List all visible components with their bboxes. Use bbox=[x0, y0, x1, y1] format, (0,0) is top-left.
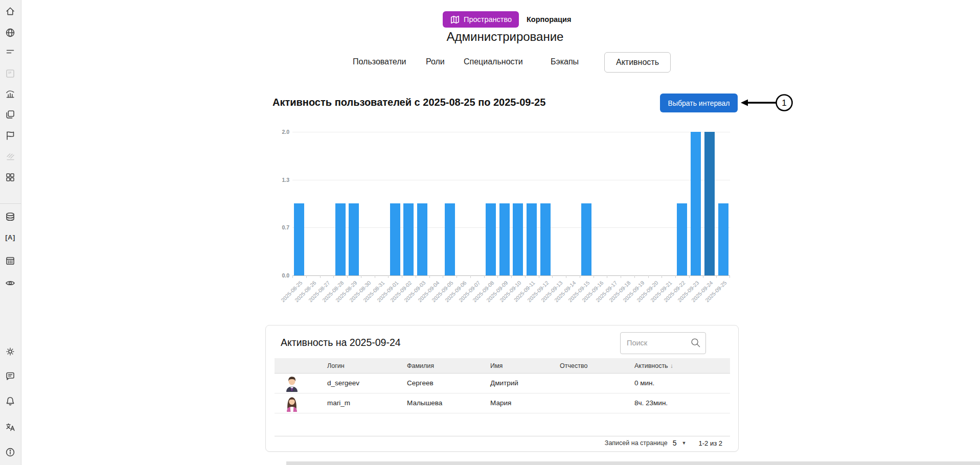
bar-2025-09-10[interactable] bbox=[513, 203, 523, 275]
notifications-icon[interactable] bbox=[5, 396, 16, 407]
windows-icon[interactable] bbox=[5, 109, 16, 120]
tab-roles[interactable]: Роли bbox=[426, 57, 445, 66]
search-input[interactable] bbox=[621, 333, 690, 353]
x-axis-tick bbox=[566, 275, 566, 278]
bar-2025-09-24[interactable] bbox=[704, 132, 715, 275]
bar-2025-08-25[interactable] bbox=[294, 203, 304, 275]
x-axis-tick bbox=[730, 275, 730, 278]
x-axis-tick bbox=[333, 275, 334, 278]
search-box bbox=[620, 332, 706, 354]
globe-icon[interactable] bbox=[5, 27, 16, 38]
org-name: Корпорация bbox=[527, 15, 571, 24]
x-axis-tick bbox=[662, 275, 662, 278]
eye-icon[interactable] bbox=[5, 277, 16, 289]
home-icon[interactable] bbox=[5, 6, 16, 17]
hatch-icon bbox=[5, 151, 16, 162]
col-first-name[interactable]: Имя bbox=[490, 362, 503, 369]
table-header-row: Логин Фамилия Имя Отчество Активность↓ bbox=[275, 358, 730, 373]
select-interval-button[interactable]: Выбрать интервал bbox=[660, 94, 738, 112]
tab-users[interactable]: Пользователи bbox=[353, 57, 406, 66]
bar-2025-08-28[interactable] bbox=[335, 203, 346, 275]
x-axis-tick bbox=[648, 275, 649, 278]
x-axis-tick bbox=[484, 275, 485, 278]
x-axis-tick bbox=[580, 275, 580, 278]
filter-lines-icon[interactable] bbox=[5, 46, 16, 57]
activity-table-card: Активность на 2025-09-24 Логин Фамилия И… bbox=[265, 325, 739, 452]
bar-2025-09-11[interactable] bbox=[527, 203, 537, 275]
bar-2025-09-15[interactable] bbox=[581, 203, 591, 275]
bar-2025-09-02[interactable] bbox=[403, 203, 414, 275]
language-icon[interactable] bbox=[5, 422, 16, 433]
x-axis-tick bbox=[429, 275, 430, 278]
tab-activity[interactable]: Активность bbox=[604, 52, 671, 73]
x-axis-tick bbox=[634, 275, 635, 278]
tab-backups[interactable]: Бэкапы bbox=[551, 57, 579, 66]
x-axis-tick bbox=[457, 275, 457, 278]
x-axis-tick bbox=[497, 275, 498, 278]
database-icon[interactable] bbox=[5, 211, 16, 222]
avatar bbox=[284, 375, 300, 392]
bar-2025-09-12[interactable] bbox=[540, 203, 551, 275]
per-page-select[interactable]: 5 bbox=[673, 439, 677, 447]
chart-title: Активность пользователей с 2025-08-25 по… bbox=[272, 97, 545, 108]
col-login[interactable]: Логин bbox=[327, 362, 345, 369]
col-middle-name[interactable]: Отчество bbox=[560, 362, 587, 369]
x-axis-tick bbox=[703, 275, 703, 278]
x-axis-tick bbox=[716, 275, 717, 278]
x-axis-tick bbox=[402, 275, 402, 278]
x-axis-tick bbox=[607, 275, 607, 278]
comments-icon[interactable] bbox=[5, 370, 16, 382]
calendar-icon[interactable] bbox=[5, 255, 16, 266]
col-activity[interactable]: Активность↓ bbox=[634, 362, 673, 369]
cell-login: mari_m bbox=[327, 399, 350, 407]
x-axis-tick bbox=[375, 275, 375, 278]
y-axis-label: 1.3 bbox=[272, 177, 289, 183]
bar-2025-09-09[interactable] bbox=[499, 203, 510, 275]
y-axis-label: 2.0 bbox=[272, 129, 289, 135]
theme-icon[interactable] bbox=[5, 346, 16, 357]
gridline bbox=[292, 180, 730, 180]
page-title: Администрирование bbox=[277, 30, 734, 44]
x-axis-tick bbox=[443, 275, 443, 278]
per-page-label: Записей на странице bbox=[605, 439, 668, 447]
grid-icon[interactable] bbox=[5, 172, 16, 183]
bar-2025-08-29[interactable] bbox=[349, 203, 359, 275]
stats-icon[interactable] bbox=[5, 88, 16, 100]
bar-2025-09-22[interactable] bbox=[677, 203, 687, 275]
info-icon[interactable] bbox=[5, 447, 16, 458]
tab-specialties[interactable]: Специальности bbox=[464, 57, 523, 66]
bar-2025-09-25[interactable] bbox=[718, 203, 728, 275]
bar-2025-09-08[interactable] bbox=[486, 203, 496, 275]
dropdown-caret-icon[interactable]: ▼ bbox=[682, 440, 687, 446]
col-last-name[interactable]: Фамилия bbox=[407, 362, 434, 369]
glossary-icon[interactable]: [A] bbox=[5, 232, 16, 243]
bar-2025-09-03[interactable] bbox=[417, 203, 427, 275]
space-badge-label: Пространство bbox=[464, 15, 512, 24]
chart-plot: 2.01.30.70.02025-08-252025-08-262025-08-… bbox=[292, 132, 730, 275]
space-badge[interactable]: Пространство bbox=[443, 11, 519, 28]
avatar bbox=[284, 395, 300, 412]
horizontal-scrollbar[interactable] bbox=[286, 461, 980, 465]
x-axis-tick bbox=[594, 275, 594, 278]
bar-2025-09-05[interactable] bbox=[445, 203, 455, 275]
sidebar: [A] bbox=[0, 0, 21, 465]
annotation-arrow-1: 1 bbox=[738, 92, 796, 113]
cell-activity: 8ч. 23мин. bbox=[634, 399, 668, 407]
x-axis-tick bbox=[347, 275, 348, 278]
cell-last-name: Малышева bbox=[407, 399, 442, 407]
flag-icon[interactable] bbox=[5, 130, 16, 141]
bar-2025-09-23[interactable] bbox=[691, 132, 701, 275]
search-icon[interactable] bbox=[690, 337, 701, 348]
x-axis-tick bbox=[689, 275, 690, 278]
sort-desc-icon[interactable]: ↓ bbox=[670, 362, 673, 369]
divider bbox=[275, 436, 730, 436]
svg-text:1: 1 bbox=[782, 98, 786, 108]
y-axis-label: 0.7 bbox=[272, 224, 289, 230]
map-icon bbox=[450, 15, 460, 25]
bar-2025-09-01[interactable] bbox=[390, 203, 400, 275]
x-axis-tick bbox=[388, 275, 389, 278]
cell-first-name: Дмитрий bbox=[490, 379, 518, 387]
x-axis-tick bbox=[306, 275, 307, 278]
x-axis-tick bbox=[525, 275, 526, 278]
x-axis-tick bbox=[320, 275, 321, 278]
